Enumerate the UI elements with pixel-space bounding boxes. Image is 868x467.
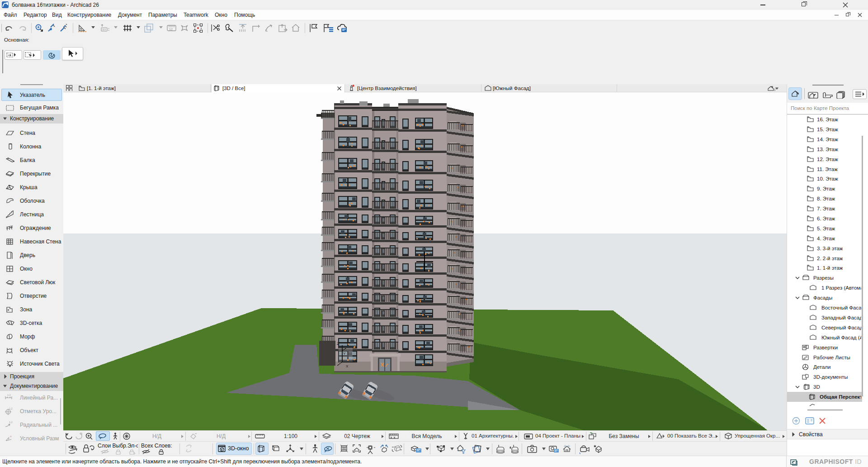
svg-text:Y: Y <box>343 352 346 356</box>
svg-text:12: 12 <box>169 28 173 31</box>
svg-text:XY: XY <box>102 28 106 31</box>
svg-text:1.2: 1.2 <box>9 421 13 424</box>
svg-text:Z: Z <box>337 341 340 346</box>
svg-text:1.2: 1.2 <box>9 407 13 410</box>
svg-text:α: α <box>10 435 12 438</box>
svg-text:1.2: 1.2 <box>7 394 11 396</box>
svg-text:X: X <box>346 364 349 368</box>
